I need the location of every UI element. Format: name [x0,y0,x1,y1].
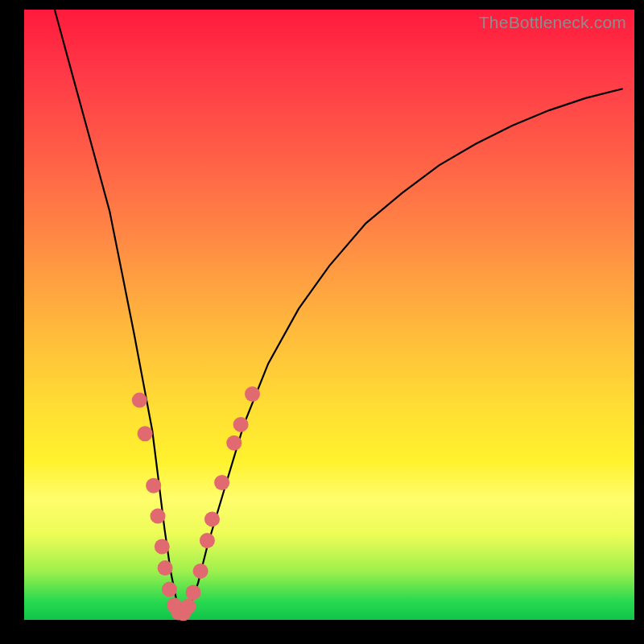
bead-point [233,417,249,432]
bead-point [214,475,229,490]
bead-point [151,509,166,524]
bead-point [226,436,242,451]
curve-layer [24,10,634,620]
bead-point [245,386,260,402]
bead-point [138,426,153,441]
bead-point [146,478,161,493]
bead-point [186,584,201,600]
bead-point [132,393,147,408]
bead-point [180,599,196,614]
bead-point [162,582,177,597]
bead-point [204,511,220,526]
plot-area: TheBottleneck.com [24,10,634,620]
bead-point [193,564,208,579]
bead-point [200,533,215,548]
bottleneck-curve [55,10,622,613]
chart-frame: TheBottleneck.com [0,0,644,644]
bead-point [158,560,173,576]
bead-point [155,539,170,555]
